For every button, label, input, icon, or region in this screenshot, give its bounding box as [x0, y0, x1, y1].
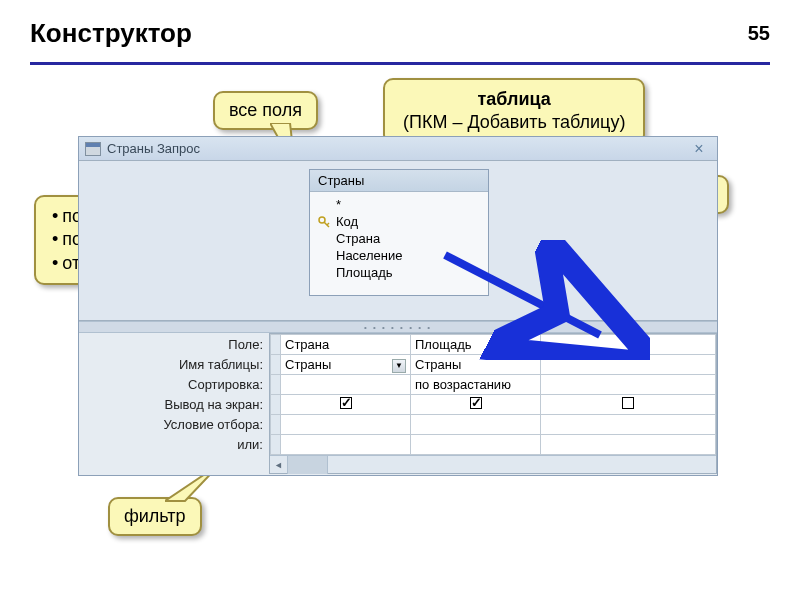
table-box[interactable]: Страны * Код Страна Население Площадь: [309, 169, 489, 296]
row-selector[interactable]: [271, 355, 281, 375]
query-icon: [85, 142, 101, 156]
checkbox-icon[interactable]: [340, 397, 352, 409]
close-icon[interactable]: ×: [687, 140, 711, 158]
row-selector[interactable]: [271, 375, 281, 395]
grid-cell-show[interactable]: [281, 395, 411, 415]
field-key[interactable]: Код: [318, 213, 480, 230]
title-underline: [30, 62, 770, 65]
grid-cell-criteria[interactable]: [411, 415, 541, 435]
grid-cell-or[interactable]: [281, 435, 411, 455]
grid-cell-or[interactable]: [541, 435, 716, 455]
grid-row-criteria: [271, 415, 716, 435]
page-title: Конструктор: [30, 18, 770, 49]
window-title: Страны Запрос: [107, 141, 200, 156]
grid-cell-criteria[interactable]: [541, 415, 716, 435]
design-grid: Поле: Имя таблицы: Сортировка: Вывод на …: [79, 333, 717, 474]
grid-row-sort: по возрастанию: [271, 375, 716, 395]
grid-row-or: [271, 435, 716, 455]
grid-cell-show[interactable]: [411, 395, 541, 415]
field-item[interactable]: Население: [318, 247, 480, 264]
callout-all-fields: все поля: [213, 91, 318, 130]
row-selector[interactable]: [271, 335, 281, 355]
grid-cell-table[interactable]: [541, 355, 716, 375]
grid-cell-sort[interactable]: [281, 375, 411, 395]
grid-cell-field[interactable]: [541, 335, 716, 355]
label-table: Имя таблицы:: [79, 355, 263, 375]
grid-row-show: [271, 395, 716, 415]
row-selector[interactable]: [271, 415, 281, 435]
scroll-thumb[interactable]: [288, 456, 328, 474]
label-criteria: Условие отбора:: [79, 415, 263, 435]
callout-filter: фильтр: [108, 497, 202, 536]
key-icon: [318, 216, 330, 228]
label-sort: Сортировка:: [79, 375, 263, 395]
grid-cell-or[interactable]: [411, 435, 541, 455]
page-number: 55: [748, 22, 770, 45]
checkbox-icon[interactable]: [470, 397, 482, 409]
scroll-left-icon[interactable]: ◄: [270, 456, 288, 474]
label-field: Поле:: [79, 335, 263, 355]
svg-line-7: [327, 223, 329, 225]
row-selector[interactable]: [271, 435, 281, 455]
callout-table: таблица (ПКМ – Добавить таблицу): [383, 78, 645, 145]
checkbox-icon[interactable]: [622, 397, 634, 409]
grid-cell-criteria[interactable]: [281, 415, 411, 435]
pane-splitter[interactable]: • • • • • • • •: [79, 321, 717, 333]
tables-pane[interactable]: Страны * Код Страна Население Площадь: [79, 161, 717, 321]
grid-row-field: Страна Площадь: [271, 335, 716, 355]
row-selector[interactable]: [271, 395, 281, 415]
table-box-title[interactable]: Страны: [310, 170, 488, 192]
grid-cell-table[interactable]: Страны▼: [281, 355, 411, 375]
query-designer-window: Страны Запрос × Страны * Код Страна Насе…: [78, 136, 718, 476]
grid-cell-table[interactable]: Страны: [411, 355, 541, 375]
field-item[interactable]: Страна: [318, 230, 480, 247]
field-item[interactable]: Площадь: [318, 264, 480, 281]
grid-scrollbar[interactable]: ◄: [270, 455, 716, 473]
field-star[interactable]: *: [318, 196, 480, 213]
grid-cell-show[interactable]: [541, 395, 716, 415]
label-show: Вывод на экран:: [79, 395, 263, 415]
label-or: или:: [79, 435, 263, 455]
chevron-down-icon[interactable]: ▼: [392, 359, 406, 373]
grid-cell-sort[interactable]: по возрастанию: [411, 375, 541, 395]
grid-row-table: Страны▼ Страны: [271, 355, 716, 375]
grid-cell-sort[interactable]: [541, 375, 716, 395]
grid-cell-field[interactable]: Страна: [281, 335, 411, 355]
grid-cell-field[interactable]: Площадь: [411, 335, 541, 355]
window-titlebar[interactable]: Страны Запрос ×: [79, 137, 717, 161]
